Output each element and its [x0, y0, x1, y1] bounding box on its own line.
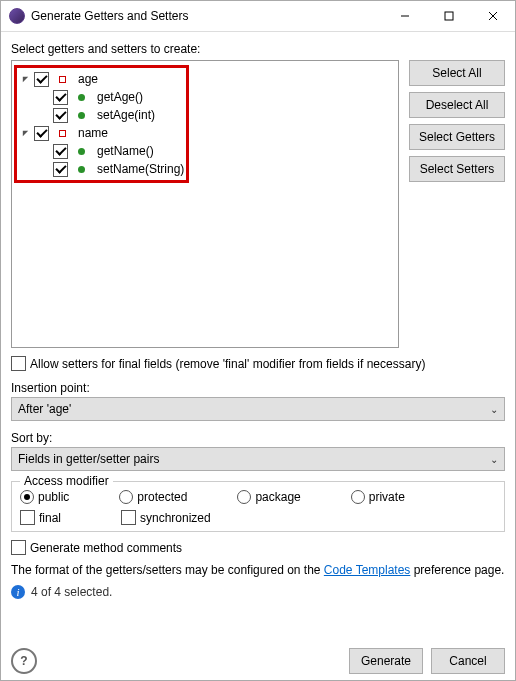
- close-button[interactable]: [471, 1, 515, 31]
- method-icon: [78, 148, 85, 155]
- info-icon: i: [11, 585, 25, 599]
- help-button[interactable]: ?: [11, 648, 37, 674]
- method-icon: [78, 94, 85, 101]
- generate-comments-label: Generate method comments: [30, 541, 182, 555]
- allow-final-checkbox[interactable]: [11, 356, 26, 371]
- sort-by-value: Fields in getter/setter pairs: [18, 452, 490, 466]
- method-label: setName(String): [97, 162, 184, 176]
- insertion-point-label: Insertion point:: [11, 381, 505, 395]
- status-bar: i 4 of 4 selected.: [11, 585, 505, 599]
- generate-comments-checkbox[interactable]: [11, 540, 26, 555]
- private-label: private: [369, 490, 405, 504]
- select-all-button[interactable]: Select All: [409, 60, 505, 86]
- final-checkbox[interactable]: [20, 510, 35, 525]
- members-tree[interactable]: age getAge(): [11, 60, 399, 348]
- protected-radio[interactable]: [119, 490, 133, 504]
- highlight-annotation: age getAge(): [14, 65, 189, 183]
- deselect-all-button[interactable]: Deselect All: [409, 92, 505, 118]
- field-icon: [59, 76, 66, 83]
- method-checkbox[interactable]: [53, 108, 68, 123]
- synchronized-checkbox[interactable]: [121, 510, 136, 525]
- field-label: age: [78, 72, 98, 86]
- insertion-point-combo[interactable]: After 'age' ⌄: [11, 397, 505, 421]
- method-label: getAge(): [97, 90, 143, 104]
- insertion-point-value: After 'age': [18, 402, 490, 416]
- group-title: Access modifier: [20, 474, 113, 488]
- method-checkbox[interactable]: [53, 90, 68, 105]
- titlebar: Generate Getters and Setters: [1, 1, 515, 32]
- synchronized-label: synchronized: [140, 511, 211, 525]
- method-icon: [78, 112, 85, 119]
- svg-rect-1: [445, 12, 453, 20]
- package-radio[interactable]: [237, 490, 251, 504]
- method-icon: [78, 166, 85, 173]
- public-label: public: [38, 490, 69, 504]
- eclipse-icon: [9, 8, 25, 24]
- chevron-down-icon: ⌄: [490, 454, 498, 465]
- expand-icon[interactable]: [19, 75, 31, 84]
- public-radio[interactable]: [20, 490, 34, 504]
- allow-final-label: Allow setters for final fields (remove '…: [30, 357, 425, 371]
- generate-button[interactable]: Generate: [349, 648, 423, 674]
- field-checkbox[interactable]: [34, 72, 49, 87]
- method-checkbox[interactable]: [53, 144, 68, 159]
- instruction-label: Select getters and setters to create:: [11, 42, 505, 56]
- sort-by-combo[interactable]: Fields in getter/setter pairs ⌄: [11, 447, 505, 471]
- access-modifier-group: Access modifier public protected package…: [11, 481, 505, 532]
- field-checkbox[interactable]: [34, 126, 49, 141]
- select-setters-button[interactable]: Select Setters: [409, 156, 505, 182]
- sort-by-label: Sort by:: [11, 431, 505, 445]
- minimize-button[interactable]: [383, 1, 427, 31]
- generate-getters-setters-dialog: Generate Getters and Setters Select gett…: [0, 0, 516, 681]
- format-hint: The format of the getters/setters may be…: [11, 563, 505, 577]
- protected-label: protected: [137, 490, 187, 504]
- method-checkbox[interactable]: [53, 162, 68, 177]
- method-label: getName(): [97, 144, 154, 158]
- status-text: 4 of 4 selected.: [31, 585, 112, 599]
- dialog-content: Select getters and setters to create: ag…: [1, 32, 515, 680]
- final-label: final: [39, 511, 61, 525]
- maximize-button[interactable]: [427, 1, 471, 31]
- field-icon: [59, 130, 66, 137]
- window-title: Generate Getters and Setters: [31, 9, 383, 23]
- cancel-button[interactable]: Cancel: [431, 648, 505, 674]
- chevron-down-icon: ⌄: [490, 404, 498, 415]
- package-label: package: [255, 490, 300, 504]
- expand-icon[interactable]: [19, 129, 31, 138]
- method-label: setAge(int): [97, 108, 155, 122]
- private-radio[interactable]: [351, 490, 365, 504]
- field-label: name: [78, 126, 108, 140]
- select-getters-button[interactable]: Select Getters: [409, 124, 505, 150]
- code-templates-link[interactable]: Code Templates: [324, 563, 411, 577]
- window-controls: [383, 1, 515, 31]
